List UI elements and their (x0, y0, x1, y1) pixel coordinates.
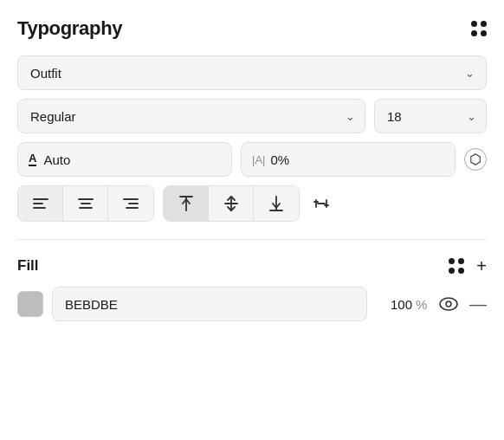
font-style-select[interactable]: Regular Medium Bold Italic (17, 99, 365, 133)
font-family-select-wrapper: Outfit Inter Roboto ⌄ (17, 55, 487, 90)
align-left-button[interactable] (18, 186, 63, 221)
align-center-button[interactable] (63, 186, 108, 221)
valign-bottom-button[interactable] (254, 186, 299, 221)
svg-point-22 (446, 301, 451, 307)
auto-kerning-row: A Auto |A| 0% (17, 142, 487, 177)
typography-menu-icon[interactable] (471, 21, 487, 36)
vertical-align-group (163, 185, 300, 222)
letter-spacing-label: 0% (270, 152, 289, 167)
section-divider (17, 239, 487, 240)
more-options-icon[interactable] (308, 191, 334, 217)
opacity-input[interactable] (376, 287, 412, 321)
font-family-row: Outfit Inter Roboto ⌄ (17, 55, 487, 90)
opacity-unit: % (416, 297, 427, 312)
fill-title: Fill (17, 257, 39, 275)
svg-point-21 (440, 298, 457, 310)
font-size-select-wrapper: ⌄ (374, 99, 487, 133)
fill-menu-icon[interactable] (449, 258, 464, 274)
font-family-select[interactable]: Outfit Inter Roboto (17, 55, 487, 90)
remove-fill-button[interactable]: — (469, 295, 487, 313)
opacity-field: % (376, 287, 428, 321)
align-right-button[interactable] (108, 186, 153, 221)
font-style-select-wrapper: Regular Medium Bold Italic ⌄ (17, 99, 365, 133)
line-height-a-icon: A (29, 152, 36, 166)
color-hex-field[interactable]: BEBDBE (52, 287, 367, 321)
visibility-toggle-icon[interactable] (436, 292, 461, 316)
fill-actions: + (449, 257, 487, 275)
line-height-field[interactable]: A Auto (17, 142, 232, 177)
svg-marker-0 (471, 154, 481, 165)
letter-spacing-field[interactable]: |A| 0% (241, 142, 456, 177)
page-title: Typography (17, 17, 122, 40)
text-align-group (17, 185, 154, 222)
fill-color-row: BEBDBE % — (17, 287, 487, 321)
fill-section-header: Fill + (17, 257, 487, 275)
add-fill-button[interactable]: + (476, 257, 487, 275)
line-height-label: Auto (43, 152, 70, 167)
font-size-input[interactable] (374, 99, 487, 133)
alignment-row (17, 185, 487, 222)
color-hex-value: BEBDBE (65, 297, 118, 312)
options-hex-icon[interactable] (464, 148, 487, 171)
typography-section-header: Typography (17, 17, 487, 40)
valign-middle-button[interactable] (209, 186, 254, 221)
color-swatch[interactable] (17, 291, 43, 317)
letter-spacing-a-icon: |A| (252, 153, 265, 166)
valign-top-button[interactable] (164, 186, 209, 221)
style-size-row: Regular Medium Bold Italic ⌄ ⌄ (17, 99, 487, 133)
